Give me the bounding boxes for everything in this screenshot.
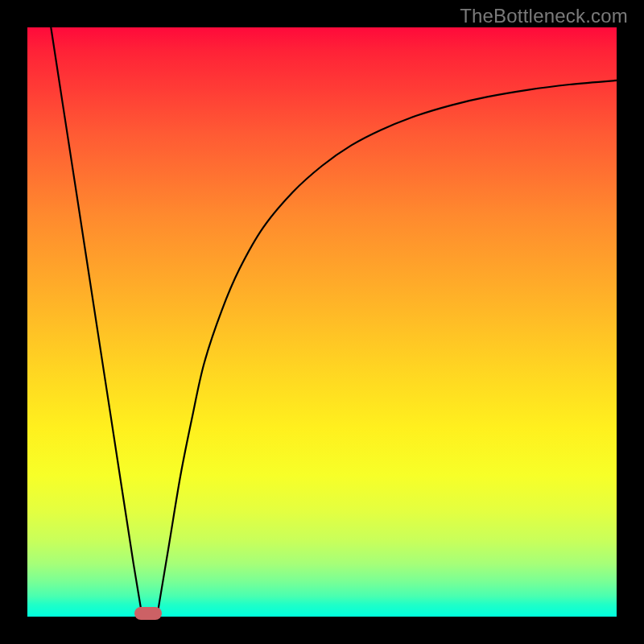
bottleneck-marker xyxy=(134,607,162,620)
bottleneck-curve xyxy=(27,27,617,617)
chart-frame: TheBottleneck.com xyxy=(0,0,644,644)
plot-area xyxy=(27,27,617,617)
watermark-text: TheBottleneck.com xyxy=(460,5,628,27)
